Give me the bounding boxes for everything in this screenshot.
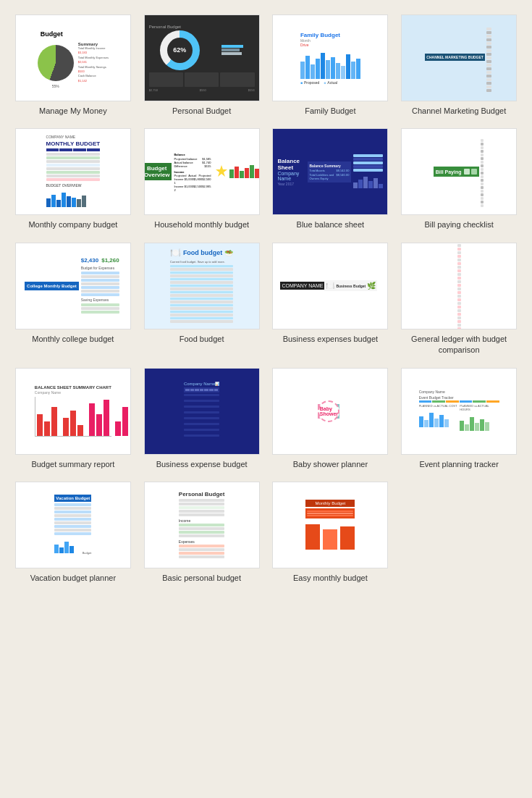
- card-biz-expenses[interactable]: COMPANY NAME 🍽️ Business Budget 🌿: [272, 243, 389, 356]
- card-general-ledger[interactable]: General ledger with budget comparison: [400, 243, 518, 356]
- card-label: Family Budget: [305, 106, 355, 117]
- card-label: Baby shower planner: [293, 459, 368, 470]
- template-grid: Budget 55% Summary Total Monthly Income …: [14, 14, 518, 584]
- card-family-budget[interactable]: Family Budget Month Drive: [272, 14, 389, 117]
- card-label: Manage My Money: [39, 106, 107, 117]
- card-college-monthly[interactable]: College Monthly Budget $2,430 $1,260 Bud…: [14, 243, 132, 356]
- card-blue-balance[interactable]: Balance Sheet Company Name Year 2017 Bal…: [272, 128, 389, 230]
- card-vacation[interactable]: Vacation Budget: [14, 482, 132, 584]
- card-label: Easy monthly budget: [293, 573, 368, 584]
- card-label: Personal Budget: [172, 106, 231, 117]
- card-label: Budget summary report: [31, 459, 114, 470]
- card-manage-money[interactable]: Budget 55% Summary Total Monthly Income …: [14, 14, 132, 117]
- card-event-planner[interactable]: Company Name Event Budget Tracker PLANNE…: [400, 368, 518, 470]
- card-label: Bill paying checklist: [424, 219, 493, 230]
- card-basic-personal[interactable]: Personal Budget Income Expenses: [143, 482, 261, 584]
- card-personal-budget[interactable]: Personal Budget 62%: [143, 14, 261, 117]
- card-label: Event planning tracker: [419, 459, 498, 470]
- card-baby-shower[interactable]: BabyShower: [272, 368, 389, 470]
- card-balance-summary[interactable]: BALANCE SHEET SUMMARY CHART Company Name: [14, 368, 132, 470]
- card-label: Business expense budget: [156, 459, 248, 470]
- card-monthly-company[interactable]: Company Name MONTHLY BUDGET: [14, 128, 132, 230]
- card-label: Blue balance sheet: [297, 219, 365, 230]
- card-label: Basic personal budget: [162, 573, 241, 584]
- card-label: Channel Marketing Budget: [412, 106, 506, 117]
- card-label: Business expenses budget: [283, 334, 378, 345]
- card-biz-expense-budget[interactable]: Company Name 📊: [143, 368, 261, 470]
- card-label: Food budget: [180, 334, 224, 345]
- card-label: Monthly company budget: [28, 219, 117, 230]
- card-bill-paying[interactable]: Bill Paying: [400, 128, 518, 230]
- card-food-budget[interactable]: 🍽️ Food budget 🥗 Current food budget. Sa…: [143, 243, 261, 356]
- card-label: General ledger with budget comparison: [401, 334, 517, 356]
- card-label: Monthly college budget: [32, 334, 114, 345]
- card-label: Vacation budget planner: [30, 573, 116, 584]
- card-channel-marketing[interactable]: CHANNEL MARKETING BUDGET: [400, 14, 518, 117]
- card-easy-monthly[interactable]: Monthly Budget Easy monthly budget: [272, 482, 389, 584]
- card-household-monthly[interactable]: Budget Overview Balance Projected balanc…: [143, 128, 261, 230]
- card-label: Household monthly budget: [154, 219, 249, 230]
